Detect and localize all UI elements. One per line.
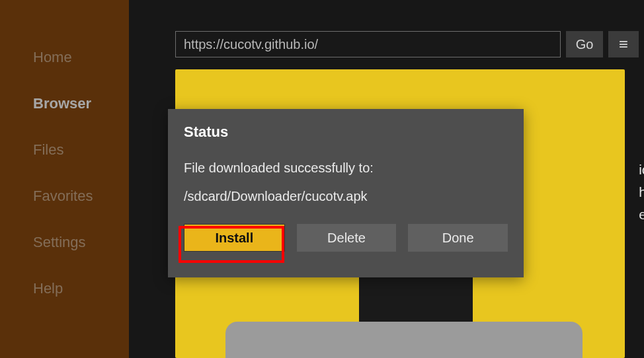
install-button[interactable]: Install [184,224,285,252]
page-banner [225,322,583,358]
go-button[interactable]: Go [566,31,603,57]
sidebar-item-settings[interactable]: Settings [0,219,129,266]
status-dialog: Status File downloaded successfully to: … [168,109,524,277]
page-text-line: hromecast, [639,181,644,203]
sidebar-item-files[interactable]: Files [0,127,129,173]
sidebar-item-help[interactable]: Help [0,266,129,312]
sidebar-item-home[interactable]: Home [0,34,129,81]
dialog-file-path: /sdcard/Downloader/cucotv.apk [184,189,508,204]
dialog-message: File downloaded successfully to: [184,161,508,176]
menu-button[interactable]: ≡ [608,31,639,57]
page-text-line: etc ... [639,203,644,226]
sidebar-item-favorites[interactable]: Favorites [0,173,129,219]
hamburger-icon: ≡ [619,35,628,54]
dialog-button-row: Install Delete Done [184,224,508,252]
url-input[interactable] [175,31,561,57]
dialog-title: Status [184,124,508,141]
sidebar: Home Browser Files Favorites Settings He… [0,0,129,358]
delete-button[interactable]: Delete [297,224,397,252]
page-text-fragment: ices. hromecast, etc ... [639,159,644,226]
page-text-line: ices. [639,159,644,181]
url-bar: Go ≡ [175,31,639,57]
done-button[interactable]: Done [408,224,508,252]
sidebar-item-browser[interactable]: Browser [0,81,129,127]
